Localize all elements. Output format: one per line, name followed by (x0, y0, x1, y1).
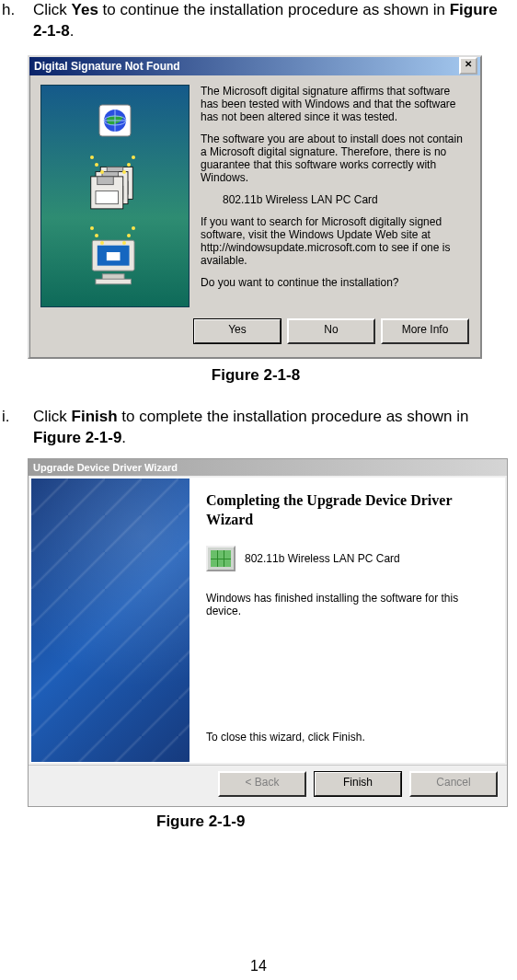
figure-caption: Figure 2-1-9 (0, 813, 511, 831)
wizard-device-name: 802.11b Wireless LAN PC Card (245, 552, 400, 565)
dialog-digital-signature: Digital Signature Not Found ✕ (28, 55, 482, 359)
svg-point-19 (100, 170, 104, 174)
dialog-content: The Microsoft digital signature affirms … (29, 75, 480, 313)
step-text: to continue the installation procedure a… (98, 1, 450, 18)
step-bullet: h. (0, 0, 33, 21)
back-button[interactable]: < Back (218, 771, 306, 797)
svg-point-21 (127, 163, 131, 167)
yes-button[interactable]: Yes (193, 318, 281, 344)
network-card-icon (206, 546, 236, 571)
cancel-button[interactable]: Cancel (409, 771, 498, 797)
no-button[interactable]: No (287, 318, 375, 344)
page-number: 14 (0, 958, 517, 974)
wizard-body: Completing the Upgrade Device Driver Wiz… (30, 478, 505, 763)
dialog-text-area: The Microsoft digital signature affirms … (201, 85, 469, 307)
finish-button[interactable]: Finish (314, 771, 402, 797)
wizard-device-row: 802.11b Wireless LAN PC Card (206, 546, 488, 571)
step-bold-click-target: Finish (72, 408, 118, 425)
step-bullet: i. (0, 407, 33, 428)
wizard-sidebar-graphic (31, 478, 190, 762)
step-body: Click Yes to continue the installation p… (33, 0, 511, 42)
svg-point-22 (122, 170, 126, 174)
close-button[interactable]: ✕ (459, 57, 477, 75)
wizard-heading: Completing the Upgrade Device Driver Wiz… (206, 491, 488, 530)
instruction-step-h: h. Click Yes to continue the installatio… (0, 0, 511, 42)
step-text: to complete the installation procedure a… (118, 408, 469, 425)
wizard-status-line: Windows has finished installing the soft… (206, 592, 488, 617)
connector-dots-icon (41, 86, 189, 306)
step-text: Click (33, 408, 72, 425)
dialog-paragraph: If you want to search for Microsoft digi… (201, 215, 469, 267)
step-body: Click Finish to complete the installatio… (33, 407, 511, 449)
step-text: . (70, 22, 75, 40)
svg-point-18 (95, 163, 98, 167)
svg-point-17 (90, 156, 94, 159)
dialog-sidebar-graphic (40, 85, 190, 307)
step-text: Click (33, 1, 72, 18)
wizard-right-panel: Completing the Upgrade Device Driver Wiz… (190, 478, 504, 762)
step-bold-click-target: Yes (72, 1, 98, 18)
dialog-paragraph: The Microsoft digital signature affirms … (201, 85, 469, 123)
svg-point-26 (132, 226, 135, 230)
step-text: . (121, 429, 126, 446)
dialog-button-row: Yes No More Info (29, 313, 480, 357)
wizard-close-line: To close this wizard, click Finish. (206, 731, 488, 744)
svg-point-24 (95, 234, 98, 237)
svg-point-20 (132, 156, 135, 159)
figure-caption: Figure 2-1-8 (0, 366, 511, 385)
svg-point-27 (127, 234, 131, 237)
dialog-paragraph: Do you want to continue the installation… (201, 276, 469, 289)
svg-point-28 (122, 241, 126, 245)
dialog-titlebar: Upgrade Device Driver Wizard (29, 459, 507, 476)
dialog-titlebar: Digital Signature Not Found ✕ (29, 57, 480, 75)
dialog-device-name: 802.11b Wireless LAN PC Card (201, 193, 469, 206)
svg-point-25 (100, 241, 104, 245)
wizard-button-row: < Back Finish Cancel (29, 765, 507, 806)
step-bold-figure-ref: Figure 2-1-9 (33, 429, 121, 446)
instruction-step-i: i. Click Finish to complete the installa… (0, 407, 511, 449)
dialog-driver-wizard: Upgrade Device Driver Wizard Completing … (28, 458, 508, 807)
dialog-paragraph: The software you are about to install do… (201, 133, 469, 184)
svg-point-23 (90, 226, 94, 230)
dialog-title: Digital Signature Not Found (34, 60, 180, 73)
more-info-button[interactable]: More Info (381, 318, 469, 344)
